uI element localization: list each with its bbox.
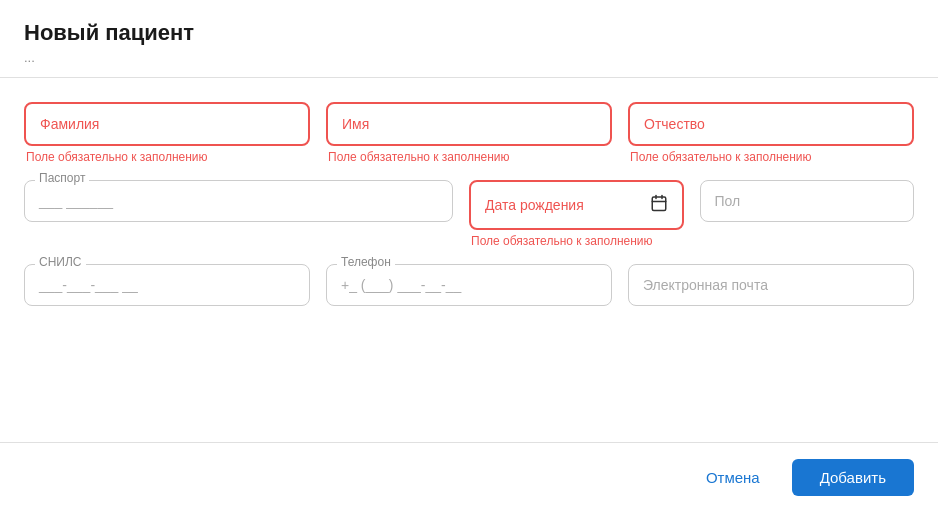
email-wrapper <box>628 264 914 306</box>
phone-wrapper: Телефон +_ (___) ___-__-__ <box>326 264 612 306</box>
passport-mask: ___ ______ <box>39 193 113 209</box>
page-container: Новый пациент ... Поле обязательно к зап… <box>0 0 938 512</box>
middle-name-input[interactable] <box>644 116 898 132</box>
svg-rect-0 <box>652 197 666 211</box>
email-input[interactable] <box>643 277 899 293</box>
middle-name-container[interactable] <box>628 102 914 146</box>
cancel-button[interactable]: Отмена <box>690 461 776 494</box>
form-section: Поле обязательно к заполнению Поле обяза… <box>0 78 938 442</box>
first-name-error: Поле обязательно к заполнению <box>326 150 612 164</box>
birth-date-error: Поле обязательно к заполнению <box>469 234 684 248</box>
phone-container[interactable]: Телефон +_ (___) ___-__-__ <box>326 264 612 306</box>
first-name-container[interactable] <box>326 102 612 146</box>
passport-label: Паспорт <box>35 171 89 185</box>
header-section: Новый пациент ... <box>0 0 938 78</box>
add-button[interactable]: Добавить <box>792 459 914 496</box>
birth-date-container[interactable] <box>469 180 684 230</box>
last-name-wrapper: Поле обязательно к заполнению <box>24 102 310 164</box>
phone-label: Телефон <box>337 255 395 269</box>
gender-wrapper <box>700 180 915 248</box>
birth-date-wrapper: Поле обязательно к заполнению <box>469 180 684 248</box>
snils-label: СНИЛС <box>35 255 86 269</box>
page-subtitle: ... <box>24 50 914 65</box>
last-name-input[interactable] <box>40 116 294 132</box>
form-row-names: Поле обязательно к заполнению Поле обяза… <box>24 102 914 164</box>
snils-mask: ___-___-___ __ <box>39 277 138 293</box>
middle-name-wrapper: Поле обязательно к заполнению <box>628 102 914 164</box>
email-container[interactable] <box>628 264 914 306</box>
page-title: Новый пациент <box>24 20 914 46</box>
snils-wrapper: СНИЛС ___-___-___ __ <box>24 264 310 306</box>
gender-input[interactable] <box>715 193 900 209</box>
form-row-passport: Паспорт ___ ______ По <box>24 180 914 248</box>
middle-name-error: Поле обязательно к заполнению <box>628 150 914 164</box>
first-name-input[interactable] <box>342 116 596 132</box>
phone-mask: +_ (___) ___-__-__ <box>341 277 461 293</box>
footer-section: Отмена Добавить <box>0 442 938 512</box>
last-name-error: Поле обязательно к заполнению <box>24 150 310 164</box>
passport-container[interactable]: Паспорт ___ ______ <box>24 180 453 222</box>
passport-wrapper: Паспорт ___ ______ <box>24 180 453 248</box>
first-name-wrapper: Поле обязательно к заполнению <box>326 102 612 164</box>
birth-date-input[interactable] <box>485 197 650 213</box>
gender-container[interactable] <box>700 180 915 222</box>
form-row-contacts: СНИЛС ___-___-___ __ Телефон +_ (___) __… <box>24 264 914 306</box>
calendar-icon[interactable] <box>650 194 668 216</box>
last-name-container[interactable] <box>24 102 310 146</box>
snils-container[interactable]: СНИЛС ___-___-___ __ <box>24 264 310 306</box>
